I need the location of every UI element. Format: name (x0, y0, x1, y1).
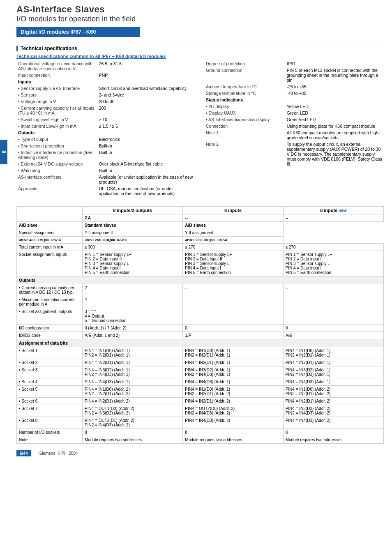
spec-label: • Type of output (16, 136, 97, 143)
spec-value: -25 to +85 (285, 83, 384, 90)
col-subheader-header5-0: 3RK2 400–1HQ00–0AA3 (17, 237, 83, 244)
row-label: • Maximum summation current per module i… (17, 296, 83, 308)
spec-row: • Inductive interference protection (fre… (16, 149, 196, 161)
spec-subhead: Outputs (16, 129, 196, 136)
spec-area: Operational voltage in accordance with A… (16, 60, 384, 197)
row-col2: Module requires two addresses (183, 436, 283, 444)
tech-spec-link: Technical specifications common to all I… (16, 54, 384, 59)
spec-value: Yellow LED (285, 103, 384, 110)
row-col2: -- (183, 308, 283, 325)
row-label: ID/ID2 code (17, 332, 83, 339)
divider1 (16, 42, 384, 42)
row-col3: ≤ 270 (283, 244, 383, 251)
row-col1: 0 (Addr. 1) / 7 (Addr. 2) (83, 325, 183, 332)
spec-label: • Sensors (16, 92, 97, 98)
spec-row: • Sensor supply via AS-InterfaceShort-ci… (16, 85, 196, 92)
spec-value: Available (or under application in the c… (97, 174, 196, 185)
spec-subhead: Inputs (16, 78, 196, 85)
left-spec-col: Operational voltage in accordance with A… (16, 60, 196, 197)
row-col2: PIN4 = IN1(D0) (Addr. 1)PIN2 = IN2(D1) (… (183, 347, 283, 359)
spec-value: PNP (97, 72, 196, 78)
spec-subhead: Status indications (204, 97, 384, 103)
table-row: • Socket 7 PIN4 = OUT1(D0) (Addr. 2)PIN2… (17, 405, 384, 417)
row-col1: 2 (83, 284, 183, 296)
right-spec-col: Degree of protectionIP67Ground connectio… (204, 60, 384, 197)
row-col2: 8 (183, 429, 283, 436)
table-row: • Socket 5 PIN4 = IN1(D0) (Addr. 2)PIN2 … (17, 386, 384, 398)
row-col2: PIN4 = IN1(D0) (Addr. 2)PIN2 = IN2(D1) (… (183, 386, 283, 398)
row-label: • Current carrying capacity per output i… (17, 284, 83, 296)
spec-value: Green LED (285, 110, 384, 116)
spec-value: IP67 (285, 60, 384, 67)
row-col3: -- (283, 284, 383, 296)
spec-row: Ground connectionPIN 5 of each M12 socke… (204, 67, 384, 83)
row-col1: PIN4 = IN2(D1) (Addr. 2) (83, 398, 183, 405)
row-label: Note (17, 436, 83, 444)
spec-row: • AS-Interface/diagnostics displayGreen/… (204, 116, 384, 123)
row-label: • Socket 2 (17, 359, 83, 366)
table-row: • Maximum summation current per module i… (17, 296, 384, 308)
row-label: • Socket 5 (17, 386, 83, 398)
spec-row: • Switching level High in V≥ 10 (16, 116, 196, 123)
spec-row: Input connectionPNP (16, 72, 196, 78)
spec-row: • Voltage range in V20 to 30 (16, 98, 196, 105)
spec-label: Storage temperature in °C (204, 90, 285, 97)
spec-value: Built-in (97, 149, 196, 161)
spec-row: • WatchdogBuilt-in (16, 167, 196, 174)
spec-value: UL, CSA, marine certification (or under … (97, 185, 196, 197)
blue-banner: Digital I/O modules IP67 - K60 (16, 27, 140, 37)
spec-value: Built-in (97, 167, 196, 174)
spec-label: • Watchdog (16, 167, 97, 174)
left-tab: 6 (0, 140, 7, 164)
col-subheader-header4-2: Y-II assignment (183, 229, 283, 237)
spec-label: Note 2 (204, 141, 285, 167)
row-col2: -- (183, 296, 283, 308)
table-row: • Current carrying capacity per output i… (17, 284, 384, 296)
col-header-1: 8 inputs (183, 207, 283, 214)
spec-row: • Type of outputElectronics (16, 136, 196, 143)
footer-page: 6/44 (16, 450, 31, 456)
spec-label: • Display UAUX (204, 110, 285, 116)
row-col3: -- (283, 308, 383, 325)
spec-value: Over black AS-Interface flat cable (97, 161, 196, 167)
row-col1: Module requires two addresses (83, 436, 183, 444)
spec-label: Input connection (16, 72, 97, 78)
spec-value: ≤ 1.5 / ≥ 6 (97, 123, 196, 129)
spec-value: PIN 5 of each M12 socket is connected wi… (285, 67, 384, 83)
row-label: • Socket 8 (17, 417, 83, 429)
spec-label: AS-Interface certificate (16, 174, 97, 185)
row-col2: PIN4 = IN4(D3) (Addr. 2) (183, 417, 283, 429)
row-col3: PIN4 = IN4(D3) (Addr. 1) (283, 378, 383, 386)
col-subheader-header4-0: Special assignment (17, 229, 83, 237)
row-col3: PIN4 = IN4(D3) (Addr. 2) (283, 417, 383, 429)
col-header-0: 8 inputs/2 outputs (83, 207, 183, 214)
row-label: Socket assignment, inputs (17, 251, 83, 276)
row-col3: A/E (283, 332, 383, 339)
spec-row: • Sensors2- and 3-wire (16, 92, 196, 98)
row-col2: PIN4 = IN3(D2) (Addr. 1)PIN2 = IN4(D3) (… (183, 366, 283, 378)
row-col1: PIN 1 = Sensor supply L+PIN 2 = Data inp… (83, 251, 183, 276)
row-label: • Socket 1 (17, 347, 83, 359)
row-col3: 8 (283, 429, 383, 436)
col-subheader-header2-0: 2 A (83, 214, 183, 222)
row-col3: PIN4 = IN3(D2) (Addr. 2)PIN2 = IN4(D3) (… (283, 405, 383, 417)
divider2 (16, 201, 384, 201)
spec-row: Storage temperature in °C-40 to +85 (204, 90, 384, 97)
table-row: Total current input in mA ≤ 300 ≤ 270 ≤ … (17, 244, 384, 251)
header-subtitle: I/O modules for operation in the field (16, 15, 384, 23)
spec-value: -40 to +85 (285, 90, 384, 97)
row-col1: PIN4 = IN1(D0) (Addr. 1)PIN2 = IN2(D1) (… (83, 347, 183, 359)
spec-row: • External 24 V DC supply voltageOver bl… (16, 161, 196, 167)
row-col2: PIN4 = IN4(D3) (Addr. 1) (183, 378, 283, 386)
col-subheader-header5-1: 3RK1 200–0DQ00–0AA3 (83, 237, 183, 244)
spec-row: Ambient temperature in °C-25 to +85 (204, 83, 384, 90)
table-row: • Socket 3 PIN4 = IN3(D2) (Addr. 1)PIN2 … (17, 366, 384, 378)
row-col3: Module requires two addresses (283, 436, 383, 444)
spec-value: 20 to 30 (97, 98, 196, 105)
spec-row: • Short-circuit protectionBuilt-in (16, 143, 196, 149)
spec-label: • External 24 V DC supply voltage (16, 161, 97, 167)
row-col3: 0 (283, 325, 383, 332)
spec-row: Operational voltage in accordance with A… (16, 60, 196, 72)
spec-label: • Switching level High in V (16, 116, 97, 123)
left-spec-table: Operational voltage in accordance with A… (16, 60, 196, 197)
